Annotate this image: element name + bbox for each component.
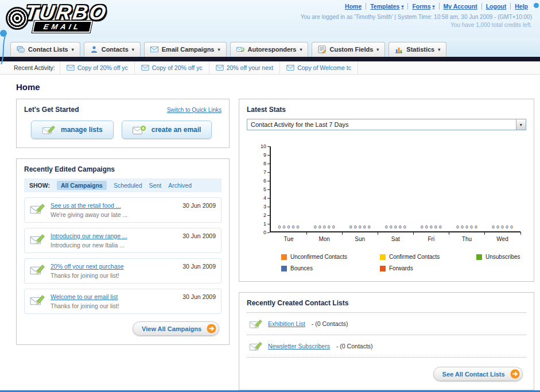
recent-activity-link[interactable]: Copy of Welcome tc [297, 64, 351, 71]
tab-label: Autoresponders [248, 46, 297, 53]
recent-activity-item[interactable]: Copy of 20% off yc [134, 61, 209, 74]
campaign-title-link[interactable]: Welcome to our email list [50, 293, 177, 300]
chart-category-group: 00000 [306, 146, 342, 231]
contact-list-count: - (0 Contacts) [336, 343, 373, 350]
legend-item: Unsubscribes [476, 254, 520, 260]
chart-value-label: 0 [332, 225, 335, 230]
tab-email-campaigns[interactable]: Email Campaigns ▾ [144, 42, 227, 57]
chevron-down-icon: ▾ [438, 47, 440, 52]
view-all-campaigns-button[interactable]: View All Campaigns [133, 321, 219, 336]
nav-forms-link[interactable]: Forms▾ [407, 3, 438, 10]
legend-item: Unconfirmed Contacts [281, 254, 380, 260]
switch-quick-links-link[interactable]: Switch to Quick Links [167, 107, 222, 113]
tab-autoresponders[interactable]: Autoresponders ▾ [230, 42, 309, 57]
tab-contact-lists[interactable]: Contact Lists ▾ [10, 42, 80, 57]
chart-bar-cell: 0 [456, 225, 459, 230]
chart-bar-cell: 0 [363, 225, 366, 230]
annotation-dot [534, 3, 539, 8]
nav-help-link[interactable]: Help [510, 3, 532, 10]
recent-activity-link[interactable]: Copy of 20% off yc [77, 64, 128, 71]
filter-scheduled[interactable]: Scheduled [114, 182, 142, 189]
custom-fields-icon [318, 45, 326, 53]
campaign-filter-bar: SHOW: All Campaigns Scheduled Sent Archi… [24, 178, 222, 192]
chart-bar-cell: 0 [394, 225, 397, 230]
recent-campaigns-title: Recently Edited Campaigns [24, 165, 115, 173]
pencil-envelope-icon [249, 341, 263, 351]
chevron-down-icon: ▾ [217, 47, 220, 52]
campaign-subtitle: We're giving away our late ... [50, 211, 177, 218]
x-axis-label: Sun [342, 236, 378, 242]
legend-swatch-icon [281, 266, 287, 271]
tab-contacts[interactable]: Contacts ▾ [84, 42, 141, 57]
chart-category-group: 00000 [449, 146, 484, 231]
chart-bar-cell: 0 [349, 225, 352, 230]
filter-sent[interactable]: Sent [149, 182, 162, 189]
manage-lists-button[interactable]: manage lists [31, 121, 114, 139]
campaign-title-link[interactable]: 20% off your next purchase [50, 263, 177, 270]
chart-category-group: 00000 [271, 146, 306, 231]
chart-value-label: 0 [318, 225, 321, 230]
chart-value-label: 0 [461, 225, 463, 230]
recent-activity-item[interactable]: Copy of Welcome tc [279, 61, 358, 74]
pencil-envelope-icon [249, 319, 263, 329]
chart-bar-cell: 0 [439, 225, 442, 230]
legend-item: Forwards [380, 265, 476, 271]
campaign-subtitle: Introducing our new Italia ... [50, 242, 177, 249]
chart-bar-cell: 0 [403, 225, 406, 230]
tab-label: Contact Lists [28, 46, 68, 53]
nav-templates-label: Templates [370, 3, 399, 10]
legend-swatch-icon [380, 254, 386, 260]
chart-value-label: 0 [465, 225, 468, 230]
chart-bar-cell: 0 [292, 225, 295, 230]
campaign-title-link[interactable]: See us at the retail food ... [50, 202, 177, 209]
recent-activity-item[interactable]: 20% off your next [209, 61, 280, 74]
x-axis-label: Thu [449, 236, 484, 242]
nav-logout-link[interactable]: Logout [481, 3, 511, 10]
contact-list-link[interactable]: Newsletter Subscribers [268, 343, 330, 350]
chart-bar-cell: 0 [297, 225, 300, 230]
nav-templates-link[interactable]: Templates▾ [366, 3, 407, 10]
contacts-icon [90, 45, 98, 53]
chart-bar-cell: 0 [354, 225, 357, 230]
recent-activity-link[interactable]: 20% off your next [227, 64, 274, 71]
contact-list-row: Exhibition List - (0 Contacts) [247, 313, 526, 335]
filter-archived[interactable]: Archived [168, 182, 192, 189]
chart-value-label: 0 [421, 225, 423, 230]
recent-activity-link[interactable]: Copy of 20% off yc [152, 64, 203, 71]
chevron-down-icon: ▾ [300, 47, 302, 52]
chart-x-axis: TueMonSunSatFriThuWed [271, 236, 520, 242]
contact-list-link[interactable]: Exhibition List [268, 320, 305, 327]
campaign-subtitle: Thanks for joining our list! [50, 302, 177, 309]
chart-y-axis: 109876543210 [257, 146, 270, 232]
filter-all-campaigns[interactable]: All Campaigns [57, 181, 107, 190]
recent-activity-item[interactable]: Copy of 20% off yc [60, 61, 134, 74]
statistics-icon [395, 45, 403, 53]
turbo-email-logo[interactable]: TURBO EMAIL [6, 2, 107, 33]
campaign-title-link[interactable]: Introducing our new range ... [50, 232, 177, 239]
logo-title: TURBO [24, 2, 108, 23]
chevron-down-icon: ▾ [433, 4, 435, 9]
chart-value-label: 0 [368, 225, 370, 230]
chart-value-label: 0 [399, 225, 401, 230]
annotation-line [0, 36, 8, 65]
credits-status: You have 1,000 total credits left. [301, 22, 532, 28]
chart-bar-cell: 0 [359, 225, 362, 230]
chart-value-label: 0 [359, 225, 361, 230]
chart-value-label: 0 [394, 225, 397, 230]
tab-statistics[interactable]: Statistics ▾ [389, 42, 446, 57]
chart-value-label: 0 [385, 225, 387, 230]
chart-bar-cell: 0 [470, 225, 473, 230]
nav-home-link[interactable]: Home [341, 3, 366, 10]
header: TURBO EMAIL Home Templates▾ Forms▾ My Ac… [0, 0, 540, 38]
chart-value-label: 0 [288, 225, 290, 230]
see-all-contact-lists-button[interactable]: See All Contact Lists [433, 367, 523, 381]
chart-bar-cell: 0 [288, 225, 290, 230]
stats-period-select[interactable]: Contact Activity for the Last 7 Days ▼ [247, 119, 526, 130]
create-email-button[interactable]: create an email [122, 121, 212, 139]
nav-my-account-link[interactable]: My Account [439, 3, 481, 10]
chart-bar-cell: 0 [510, 225, 513, 230]
chart-value-label: 0 [510, 225, 512, 230]
tab-custom-fields[interactable]: Custom Fields ▾ [312, 42, 385, 57]
campaign-row: See us at the retail food ... We're givi… [24, 197, 222, 223]
legend-item: Confirmed Contacts [380, 254, 476, 260]
